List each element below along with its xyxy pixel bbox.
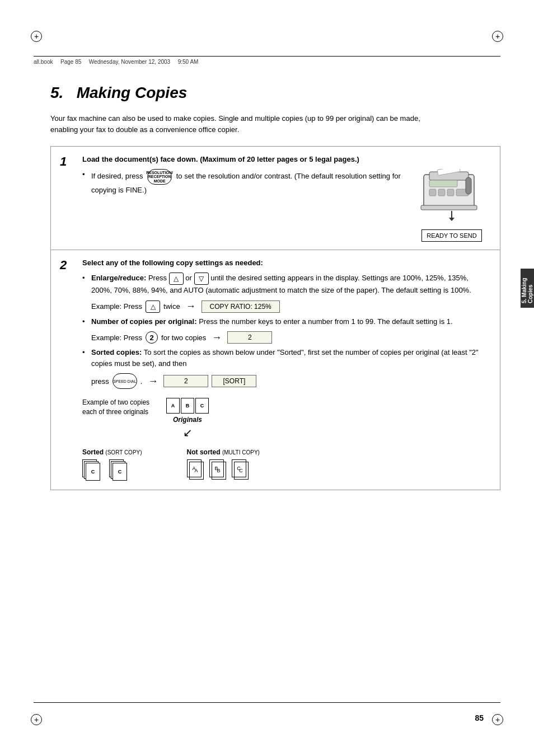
svg-rect-3: [429, 180, 457, 187]
step-1-section: 1 Load the document(s) face down. (Maxim…: [51, 147, 500, 250]
header-filename: all.book: [34, 59, 53, 65]
header-date: Wednesday, November 12, 2003: [89, 59, 170, 65]
num-2-button[interactable]: 2: [146, 331, 158, 344]
originals-label: Originals: [166, 416, 209, 424]
sorted-not-sorted-diagrams: Sorted (SORT COPY) A B C: [82, 448, 491, 482]
speed-dial-example: press SPEED DIAL . → 2 [SORT]: [91, 373, 491, 389]
arrow-icon-2: →: [212, 332, 222, 344]
num-copies-example: Example: Press 2 for two copies → 2: [91, 331, 491, 344]
reduce-down-icon[interactable]: ▽: [194, 273, 209, 285]
svg-rect-8: [466, 177, 471, 194]
sort-lcd-sort: [SORT]: [212, 375, 256, 387]
sorted-label: Sorted (SORT COPY): [82, 448, 142, 456]
svg-marker-12: [449, 218, 455, 221]
step-1-right: READY TO SEND: [413, 169, 491, 242]
step-1-bullet-text: If desired, press RESOLUTION/RECEPTIONMO…: [91, 169, 401, 196]
page-number: 85: [475, 713, 484, 722]
ns-pile3-sheet2: C: [234, 462, 249, 480]
sorted-bullet: • Sorted copies: To sort the copies as s…: [82, 347, 491, 369]
chapter-number: 5.: [50, 84, 63, 101]
bullet-dot: •: [82, 169, 88, 196]
bottom-border: [34, 702, 500, 703]
header-time: 9:50 AM: [178, 59, 199, 65]
enlarge-reduce-bullet: • Enlarge/reduce: Press △ or ▽ until the…: [82, 273, 491, 296]
ready-to-send-display: READY TO SEND: [421, 229, 481, 242]
svg-rect-5: [438, 189, 445, 196]
orig-sheet-c: C: [195, 398, 209, 414]
step-1-number: 1: [60, 156, 73, 242]
step-1-content: Load the document(s) face down. (Maximum…: [82, 154, 491, 242]
svg-rect-9: [421, 205, 477, 210]
enlarge-reduce-content: Enlarge/reduce: Press △ or ▽ until the d…: [91, 273, 491, 296]
enlarge-example-icon[interactable]: △: [146, 300, 160, 313]
side-tab-text: 5. Making Copies: [521, 273, 533, 303]
step-1-header: Load the document(s) face down. (Maximum…: [82, 154, 491, 165]
fax-machine-image: [413, 169, 491, 225]
enlarge-up-icon[interactable]: △: [169, 273, 184, 285]
not-sorted-label: Not sorted (MULTI COPY): [187, 448, 260, 456]
reg-mark-tr: [492, 31, 503, 42]
example-label: Example of two copies each of three orig…: [82, 398, 155, 417]
resolution-button[interactable]: RESOLUTION/RECEPTIONMODE: [147, 169, 172, 185]
ready-to-send-text: READY TO SEND: [427, 232, 476, 239]
step-2-section: 2 Select any of the following copy setti…: [51, 250, 500, 490]
steps-box: 1 Load the document(s) face down. (Maxim…: [50, 146, 500, 490]
main-content: 5. Making Copies Your fax machine can al…: [50, 73, 500, 700]
header-page: Page 85: [60, 59, 81, 65]
pile1-sheet-c: C: [86, 463, 100, 481]
originals-area: A B C Originals ↙: [166, 398, 209, 439]
not-sorted-sublabel: (MULTI COPY): [222, 449, 260, 456]
sort-lcd-num: 2: [163, 375, 208, 387]
enlarge-reduce-example: Example: Press △ twice → COPY RATIO: 125…: [91, 300, 491, 313]
copy-ratio-lcd: COPY RATIO: 125%: [202, 300, 280, 313]
speed-dial-button[interactable]: SPEED DIAL: [113, 373, 137, 389]
num-copies-lcd: 2: [227, 331, 272, 344]
step-1-bullet: • If desired, press RESOLUTION/RECEPTION…: [82, 169, 401, 196]
sort-diagrams: Example of two copies each of three orig…: [82, 398, 491, 439]
intro-paragraph: Your fax machine can also be used to mak…: [50, 113, 431, 135]
arrow-icon: →: [186, 300, 196, 312]
sorted-sublabel: (SORT COPY): [105, 449, 142, 456]
side-tab: 5. Making Copies: [521, 269, 534, 308]
sorted-content: Sorted copies: To sort the copies as sho…: [91, 347, 491, 369]
chapter-name: Making Copies: [77, 84, 188, 101]
svg-rect-6: [447, 189, 454, 196]
arrow-down: ↙: [166, 426, 209, 439]
sorted-diagram: Sorted (SORT COPY) A B C: [82, 448, 142, 482]
pile2-sheet-c: C: [113, 463, 127, 481]
enlarge-reduce-label: Enlarge/reduce:: [91, 274, 146, 283]
reg-mark-br: [492, 714, 503, 725]
ns-pile1-sheet2: A: [189, 462, 204, 480]
reg-mark-bl: [31, 714, 42, 725]
num-copies-bullet: • Number of copies per original: Press t…: [82, 316, 491, 327]
step-2-number: 2: [60, 259, 73, 482]
arrow-icon-3: →: [148, 375, 158, 387]
svg-rect-4: [429, 189, 436, 196]
sorted-piles-container: A B C A B C: [82, 459, 142, 482]
step-2-content: Select any of the following copy setting…: [82, 258, 491, 482]
not-sorted-diagram: Not sorted (MULTI COPY) A A B: [187, 448, 260, 482]
orig-sheet-b: B: [181, 398, 194, 414]
ns-pile2-sheet2: B: [212, 462, 226, 480]
step-2-header: Select any of the following copy setting…: [82, 258, 491, 268]
reg-mark-tl: [31, 31, 42, 42]
chapter-title: 5. Making Copies: [50, 84, 500, 102]
header-bar: all.book Page 85 Wednesday, November 12,…: [34, 56, 500, 65]
not-sorted-piles-container: A A B B C C: [187, 459, 260, 482]
orig-sheet-a: A: [166, 398, 180, 414]
num-copies-content: Number of copies per original: Press the…: [91, 316, 453, 327]
